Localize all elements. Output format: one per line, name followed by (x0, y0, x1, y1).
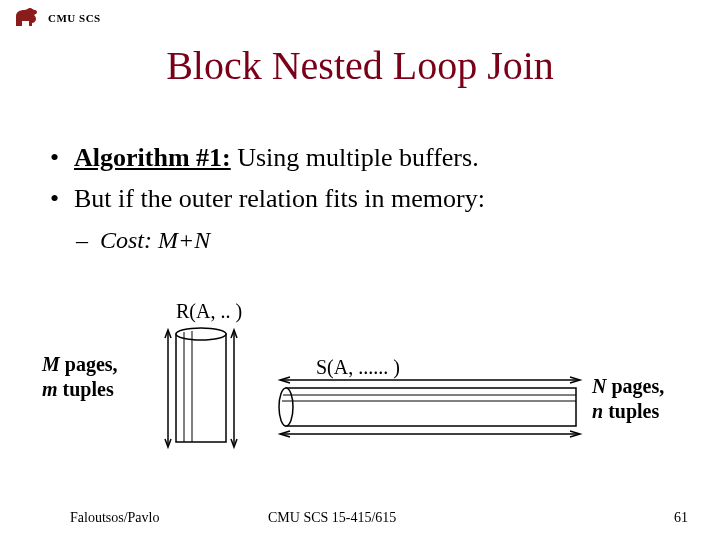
slide-title: Block Nested Loop Join (0, 42, 720, 89)
diagram: R(A, .. ) S(A, ...... ) M pages, m tuple… (0, 300, 720, 490)
relation-s-block (279, 377, 580, 437)
diagram-svg (0, 300, 720, 490)
footer-authors: Faloutsos/Pavlo (70, 510, 159, 526)
bullet-2-text: But if the outer relation fits in memory… (74, 184, 485, 213)
bullet-1-strong: Algorithm #1: (74, 143, 231, 172)
footer-page-num: 61 (674, 510, 688, 526)
svg-point-8 (279, 388, 293, 426)
header: CMU SCS (12, 6, 101, 30)
svg-rect-7 (286, 388, 576, 426)
sub-bullet-cost: Cost: M+N (46, 224, 666, 256)
bullet-1-rest: Using multiple buffers. (231, 143, 479, 172)
slide: CMU SCS Block Nested Loop Join Algorithm… (0, 0, 720, 540)
header-org: CMU SCS (48, 12, 101, 24)
footer-course: CMU SCS 15-415/615 (268, 510, 396, 526)
bullet-2: But if the outer relation fits in memory… (46, 181, 666, 216)
relation-r-block (165, 328, 237, 447)
bullet-list: Algorithm #1: Using multiple buffers. Bu… (46, 140, 666, 257)
bullet-1: Algorithm #1: Using multiple buffers. (46, 140, 666, 175)
scotty-dog-logo-icon (12, 6, 42, 30)
